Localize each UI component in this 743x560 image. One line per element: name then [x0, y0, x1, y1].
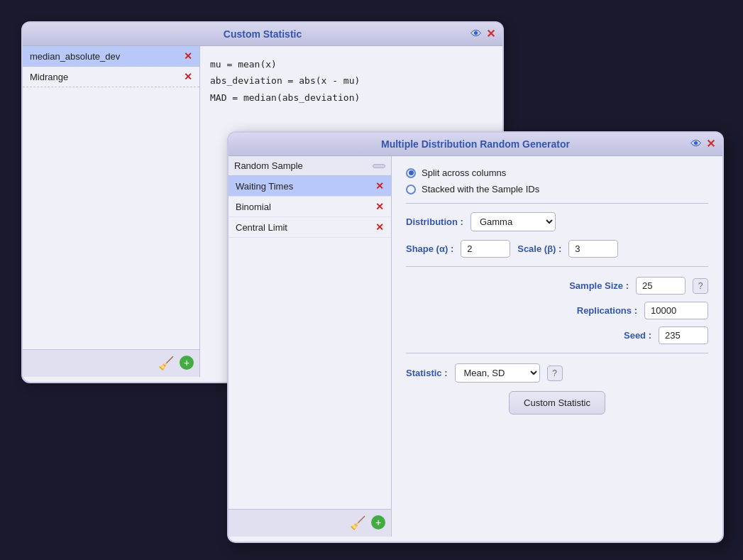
stat-item-0[interactable]: median_absolute_dev ✕ [23, 46, 199, 67]
dist-list-items: Waiting Times ✕ Binomial ✕ Central Limit… [229, 176, 391, 509]
multi-dist-title: Multiple Distribution Random Generator [381, 138, 570, 150]
multi-dist-titlebar-icons: 👁 ✕ [690, 138, 715, 150]
replications-input[interactable] [644, 302, 708, 319]
scale-label: Scale (β) : [517, 243, 561, 254]
sample-size-help[interactable]: ? [693, 278, 708, 294]
dist-item-label-1: Binomial [236, 202, 271, 212]
broom-icon[interactable]: 🧹 [158, 356, 174, 371]
sample-size-row: Sample Size : ? [406, 277, 708, 295]
sample-size-input[interactable] [636, 277, 686, 295]
random-sample-label: Random Sample [234, 160, 368, 171]
radio-row-1[interactable]: Stacked with the Sample IDs [406, 184, 708, 194]
stat-list-items: median_absolute_dev ✕ Midrange ✕ [23, 46, 199, 349]
distribution-row: Distribution : Gamma Normal Uniform Expo… [406, 212, 708, 231]
code-line-1: abs_deviation = abs(x - mu) [210, 72, 492, 89]
custom-stat-list: median_absolute_dev ✕ Midrange ✕ 🧹 + [23, 46, 200, 377]
custom-stat-eye-icon[interactable]: 👁 [470, 28, 482, 40]
statistic-help[interactable]: ? [547, 366, 563, 381]
radio-stacked[interactable] [406, 185, 416, 194]
statistic-select[interactable]: Mean, SD Median Variance Custom [455, 363, 540, 383]
sample-size-label: Sample Size : [569, 280, 629, 291]
stat-item-1[interactable]: Midrange ✕ [23, 67, 199, 87]
radio-split-columns[interactable] [406, 168, 416, 178]
dist-settings-panel: Split across columns Stacked with the Sa… [392, 156, 722, 537]
multi-dist-titlebar: Multiple Distribution Random Generator 👁… [229, 133, 722, 156]
statistic-row: Statistic : Mean, SD Median Variance Cus… [406, 353, 708, 383]
dist-list-panel: Random Sample Waiting Times ✕ Binomial ✕… [229, 156, 392, 537]
radio-split-label: Split across columns [422, 168, 506, 178]
stat-item-delete-1[interactable]: ✕ [184, 71, 192, 82]
dist-broom-icon[interactable]: 🧹 [350, 515, 365, 531]
dist-item-delete-1[interactable]: ✕ [375, 201, 384, 212]
add-stat-button[interactable]: + [180, 356, 194, 370]
seed-label: Seed : [624, 330, 651, 341]
custom-stat-close-icon[interactable]: ✕ [486, 28, 495, 40]
dist-item-delete-0[interactable]: ✕ [375, 180, 384, 192]
radio-row-0[interactable]: Split across columns [406, 168, 708, 178]
dist-list-footer: 🧹 + [229, 509, 391, 537]
custom-stat-title: Custom Statistic [224, 28, 302, 40]
seed-row: Seed : [406, 326, 708, 344]
code-line-0: mu = mean(x) [210, 56, 492, 72]
sample-section: Sample Size : ? Replications : Seed : [406, 266, 708, 344]
add-dist-button[interactable]: + [371, 515, 385, 529]
multi-dist-window: Multiple Distribution Random Generator 👁… [227, 131, 724, 543]
multi-dist-content: Random Sample Waiting Times ✕ Binomial ✕… [229, 156, 722, 537]
random-sample-btn[interactable] [373, 164, 385, 168]
multi-dist-eye-icon[interactable]: 👁 [690, 138, 702, 150]
custom-stat-titlebar: Custom Statistic 👁 ✕ [23, 23, 502, 46]
distribution-label: Distribution : [406, 216, 463, 227]
multi-dist-close-icon[interactable]: ✕ [706, 138, 715, 150]
custom-stat-titlebar-icons: 👁 ✕ [470, 28, 495, 40]
custom-statistic-button[interactable]: Custom Statistic [509, 391, 605, 414]
statistic-label: Statistic : [406, 368, 448, 378]
seed-input[interactable] [659, 326, 708, 344]
stat-item-delete-0[interactable]: ✕ [184, 50, 192, 62]
scale-input[interactable] [568, 240, 618, 258]
radio-group: Split across columns Stacked with the Sa… [406, 168, 708, 204]
dist-item-0[interactable]: Waiting Times ✕ [229, 176, 391, 197]
stat-list-footer: 🧹 + [23, 349, 199, 377]
code-line-2: MAD = median(abs_deviation) [210, 89, 492, 106]
dist-item-delete-2[interactable]: ✕ [375, 221, 384, 233]
stat-item-label-0: median_absolute_dev [30, 51, 120, 62]
dist-item-1[interactable]: Binomial ✕ [229, 197, 391, 217]
replications-label: Replications : [577, 305, 637, 316]
dist-item-label-0: Waiting Times [236, 181, 293, 192]
radio-stacked-label: Stacked with the Sample IDs [422, 184, 539, 194]
dist-list-header: Random Sample [229, 156, 391, 176]
dist-item-2[interactable]: Central Limit ✕ [229, 217, 391, 238]
shape-label: Shape (α) : [406, 243, 453, 254]
dist-item-label-2: Central Limit [236, 222, 287, 233]
replications-row: Replications : [406, 302, 708, 319]
stat-item-label-1: Midrange [30, 72, 68, 82]
shape-input[interactable] [461, 240, 510, 258]
distribution-select[interactable]: Gamma Normal Uniform Exponential Binomia… [470, 212, 556, 231]
shape-scale-row: Shape (α) : Scale (β) : [406, 240, 708, 258]
